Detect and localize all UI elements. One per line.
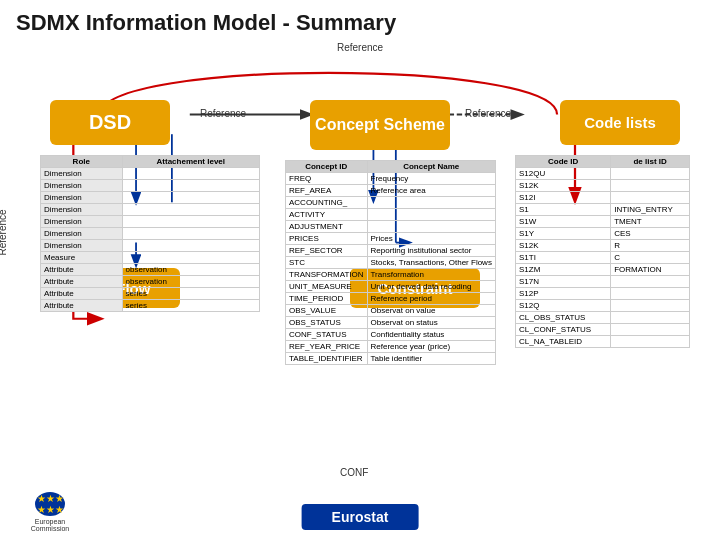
table-row: S12I (516, 192, 690, 204)
table-row: Dimension (41, 180, 260, 192)
table-row: S1YCES (516, 228, 690, 240)
eu-logo: ★★★★★★ European Commission (20, 492, 80, 532)
table-row: REF_SECTORReporting institutional sector (286, 245, 496, 257)
code-table-body: S12QU S12K S12I S1INTING_ENTRY S1WTMENT … (516, 168, 690, 348)
table-row: FREQFrequency (286, 173, 496, 185)
table-row: REF_YEAR_PRICEReference year (price) (286, 341, 496, 353)
table-row: S17N (516, 276, 690, 288)
eu-circle-icon: ★★★★★★ (35, 492, 65, 516)
table-row: REF_AREAReference area (286, 185, 496, 197)
diagram-area: DSD Reference Concept Scheme Reference C… (20, 50, 700, 480)
mid-reference-label-1: Reference (200, 108, 246, 119)
dsd-table-header-attach: Attachement level (122, 156, 259, 168)
concept-table-body: FREQFrequency REF_AREAReference area ACC… (286, 173, 496, 365)
table-row: CL_CONF_STATUS (516, 324, 690, 336)
table-row: CL_OBS_STATUS (516, 312, 690, 324)
table-row: OBS_STATUSObservat on status (286, 317, 496, 329)
left-reference-label: Reference (0, 209, 8, 255)
table-row: Dimension (41, 240, 260, 252)
concept-scheme-box: Concept Scheme (310, 100, 450, 150)
page-title: SDMX Information Model - Summary (16, 10, 704, 36)
table-row: Attributeseries (41, 288, 260, 300)
eurostat-label: Eurostat (302, 504, 419, 530)
table-row: S1TIC (516, 252, 690, 264)
table-row: CONF_STATUSConfidentiality status (286, 329, 496, 341)
table-row: PRICESPrices (286, 233, 496, 245)
code-table-header-id: Code ID (516, 156, 611, 168)
table-row: TABLE_IDENTIFIERTable identifier (286, 353, 496, 365)
dsd-table-header-role: Role (41, 156, 123, 168)
table-row: S1INTING_ENTRY (516, 204, 690, 216)
table-row: Dimension (41, 204, 260, 216)
table-row: Dimension (41, 168, 260, 180)
table-row: Measure (41, 252, 260, 264)
dsd-box: DSD (50, 100, 170, 145)
dsd-table-body: Dimension Dimension Dimension Dimension … (41, 168, 260, 312)
code-table-header-list: de list ID (611, 156, 690, 168)
concept-table: Concept ID Concept Name FREQFrequency RE… (285, 160, 496, 365)
table-row: Dimension (41, 216, 260, 228)
code-table: Code ID de list ID S12QU S12K S12I S1INT… (515, 155, 690, 348)
table-row: ACTIVITY (286, 209, 496, 221)
table-row: Attributeseries (41, 300, 260, 312)
table-row: Attributeobservation (41, 276, 260, 288)
table-row: Dimension (41, 228, 260, 240)
mid-reference-label-2: Reference (465, 108, 511, 119)
table-row: S12KR (516, 240, 690, 252)
table-row: S12P (516, 288, 690, 300)
table-row: S1ZMFORMATION (516, 264, 690, 276)
table-row: Dimension (41, 192, 260, 204)
table-row: TRANSFORMATIONTransformation (286, 269, 496, 281)
concept-table-header-name: Concept Name (367, 161, 495, 173)
table-row: ACCOUNTING_ (286, 197, 496, 209)
table-row: ADJUSTMENT (286, 221, 496, 233)
table-row: OBS_VALUEObservat on value (286, 305, 496, 317)
dsd-table: Role Attachement level Dimension Dimensi… (40, 155, 260, 312)
table-row: S12K (516, 180, 690, 192)
table-row: S12QU (516, 168, 690, 180)
table-row: S12Q (516, 300, 690, 312)
table-row: S1WTMENT (516, 216, 690, 228)
table-row: Attributeobservation (41, 264, 260, 276)
table-row: UNIT_MEASUREUnit or derved data recoding (286, 281, 496, 293)
table-row: STCStocks, Transactions, Other Flows (286, 257, 496, 269)
table-row: TIME_PERIODReference period (286, 293, 496, 305)
conf-label: CONF (340, 467, 368, 478)
concept-table-header-id: Concept ID (286, 161, 368, 173)
code-lists-box: Code lists (560, 100, 680, 145)
page: SDMX Information Model - Summary Referen… (0, 0, 720, 540)
table-row: CL_NA_TABLEID (516, 336, 690, 348)
